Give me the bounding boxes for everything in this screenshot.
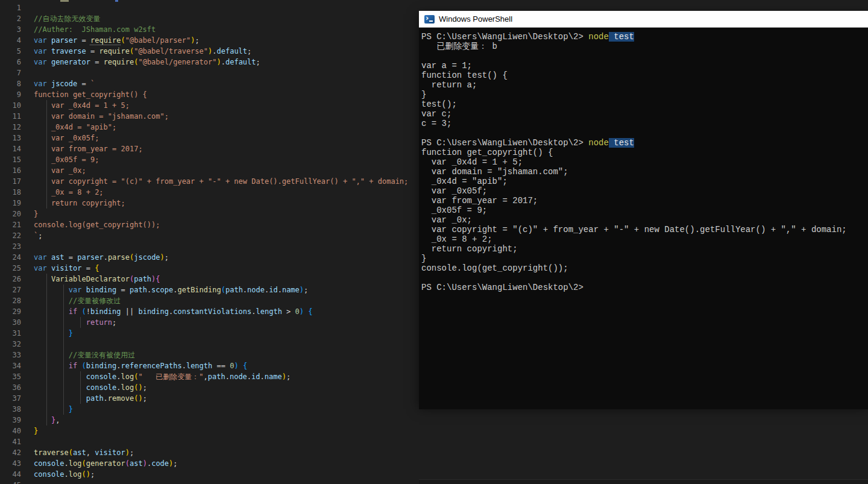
terminal-line [421, 51, 868, 61]
line-number: 21 [0, 219, 21, 230]
code-line-text: var generator = require("@babel/generato… [34, 57, 260, 68]
powershell-titlebar[interactable]: Windows PowerShell [419, 11, 868, 28]
code-line-text: var ast = parser.parse(jscode); [34, 252, 169, 263]
line-number: 39 [0, 415, 21, 426]
code-line-text: var _0x; [34, 165, 86, 176]
line-number: 28 [0, 295, 21, 306]
line-number: 44 [0, 469, 21, 480]
terminal-line: var from_year = 2017; [421, 196, 868, 206]
terminal-line: return a; [421, 80, 868, 90]
terminal-line: c = 3; [421, 119, 868, 128]
code-line-text: } [34, 328, 73, 339]
code-line[interactable]: 43console.log(generator(ast).code); [0, 458, 868, 469]
line-number: 24 [0, 252, 21, 263]
line-number: 17 [0, 176, 21, 187]
line-number: 11 [0, 111, 21, 122]
code-line-text: } [34, 426, 38, 436]
code-line[interactable]: 42traverse(ast, visitor); [0, 447, 868, 458]
code-line-text: //Auther: JShaman.com w2sft [34, 24, 156, 35]
code-line[interactable]: 41 [0, 436, 868, 447]
terminal-line: } [421, 254, 868, 263]
terminal-line: PS C:\Users\WangLiwen\Desktop\2> [421, 283, 868, 292]
code-line-text: console.log(get_copyright()); [34, 219, 160, 230]
line-number: 2 [0, 13, 21, 24]
line-number: 33 [0, 350, 21, 360]
code-line-text: } [34, 404, 73, 415]
clipped-glyph [60, 0, 69, 2]
powershell-terminal[interactable]: PS C:\Users\WangLiwen\Desktop\2> node te… [419, 28, 868, 409]
code-line-text: var _0x4d = 1 + 5; [34, 100, 130, 111]
desktop: 12//自动去除无效变量3//Auther: JShaman.com w2sft… [0, 0, 868, 484]
line-number: 27 [0, 284, 21, 295]
line-number: 41 [0, 436, 21, 447]
powershell-icon [424, 15, 435, 24]
line-number: 29 [0, 306, 21, 317]
terminal-line: 已删除变量： b [421, 42, 868, 51]
terminal-line: console.log(get_copyright()); [421, 263, 868, 273]
line-number: 38 [0, 404, 21, 415]
code-line-text: function get_copyright() { [34, 89, 147, 100]
terminal-line: _0x4d = "apib"; [421, 177, 868, 186]
code-line-text: path.remove(); [34, 393, 147, 404]
line-number: 45 [0, 480, 21, 484]
code-line-text: var parser = require("@babel/parser"); [34, 35, 200, 46]
line-number: 3 [0, 24, 21, 35]
terminal-line: PS C:\Users\WangLiwen\Desktop\2> node te… [421, 138, 868, 148]
line-number: 25 [0, 263, 21, 274]
code-line-text: } [34, 209, 38, 219]
indent-guide [80, 371, 81, 404]
line-number: 30 [0, 317, 21, 328]
terminal-line [421, 128, 868, 138]
line-number: 31 [0, 328, 21, 339]
indent-guide [46, 100, 47, 209]
terminal-line: var c; [421, 109, 868, 119]
line-number: 43 [0, 458, 21, 469]
code-line-text: return copyright; [34, 198, 125, 209]
terminal-line: PS C:\Users\WangLiwen\Desktop\2> node te… [421, 32, 868, 42]
code-line-text: var visitor = { [34, 263, 99, 274]
terminal-line: var domain = "jshaman.com"; [421, 167, 868, 177]
line-number: 15 [0, 154, 21, 165]
line-number: 32 [0, 339, 21, 350]
indent-guide [63, 284, 64, 415]
code-line-text: var domain = "jshaman.com"; [34, 111, 169, 122]
terminal-line: function test() { [421, 71, 868, 80]
terminal-line: _0x = 8 + 2; [421, 234, 868, 244]
terminal-line: var _0x05f; [421, 186, 868, 196]
terminal-line: var copyright = "(c)" + from_year + "-" … [421, 225, 868, 234]
code-line-text: var jscode = ` [34, 78, 95, 89]
code-line[interactable]: 44console.log(); [0, 469, 868, 480]
code-line-text: //变量没有被使用过 [34, 350, 135, 360]
terminal-line: } [421, 90, 868, 99]
line-number: 16 [0, 165, 21, 176]
terminal-line: test(); [421, 99, 868, 109]
code-line-text: //自动去除无效变量 [34, 13, 100, 24]
line-number: 22 [0, 230, 21, 241]
indent-guide [80, 317, 81, 328]
code-line[interactable]: 40} [0, 426, 868, 436]
code-line-text: if (binding.referencePaths.length == 0) … [34, 360, 247, 371]
line-number: 8 [0, 78, 21, 89]
bottom-panel-edge [419, 479, 868, 484]
line-number: 35 [0, 371, 21, 382]
code-line-text: var traverse = require("@babel/traverse"… [34, 46, 251, 57]
code-line[interactable]: 39 }, [0, 415, 868, 426]
terminal-line: var _0x; [421, 215, 868, 225]
line-number: 18 [0, 187, 21, 198]
terminal-line: var _0x4d = 1 + 5; [421, 157, 868, 167]
line-number: 36 [0, 382, 21, 393]
line-number: 10 [0, 100, 21, 111]
line-number: 37 [0, 393, 21, 404]
code-line-text: traverse(ast, visitor); [34, 447, 134, 458]
line-number: 42 [0, 447, 21, 458]
code-line-text: if (!binding || binding.constantViolatio… [34, 306, 313, 317]
line-number: 6 [0, 57, 21, 68]
code-line-text: var binding = path.scope.getBinding(path… [34, 284, 308, 295]
code-line-text: console.log(generator(ast).code); [34, 458, 178, 469]
line-number: 9 [0, 89, 21, 100]
code-line-text: var from_year = 2017; [34, 143, 143, 154]
line-number: 26 [0, 274, 21, 284]
powershell-title: Windows PowerShell [439, 14, 512, 24]
powershell-window: Windows PowerShell PS C:\Users\WangLiwen… [419, 11, 868, 405]
code-line-text: VariableDeclarator(path){ [34, 274, 160, 284]
